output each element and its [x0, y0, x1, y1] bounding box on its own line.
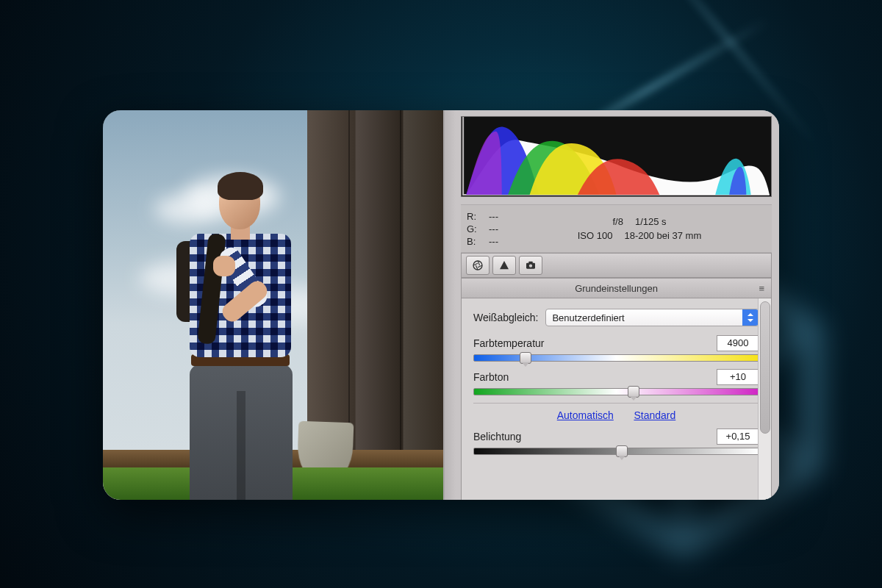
exif-aperture: f/8 — [612, 216, 623, 227]
separator — [473, 403, 759, 404]
panel-header: Grundeinstellungen ≡ — [461, 278, 772, 298]
panel-title: Grundeinstellungen — [575, 283, 658, 294]
basic-panel-body: Weißabgleich: Benutzerdefiniert Farbtemp… — [461, 298, 772, 500]
exposure-value[interactable]: +0,15 — [717, 429, 759, 445]
exif-shutter: 1/125 s — [635, 216, 667, 227]
tint-slider-handle[interactable] — [628, 386, 639, 398]
histogram[interactable] — [461, 116, 772, 197]
info-readout: R:--- G:--- B:--- f/8 1/125 s ISO 100 18… — [461, 204, 772, 253]
svg-rect-4 — [528, 262, 532, 264]
rgb-b-label: B: — [467, 236, 480, 247]
rgb-readout: R:--- G:--- B:--- — [467, 211, 498, 247]
exif-readout: f/8 1/125 s ISO 100 18-200 bei 37 mm — [513, 216, 766, 241]
tint-slider[interactable] — [473, 388, 759, 395]
aperture-tab-button[interactable] — [466, 256, 490, 275]
svg-point-1 — [473, 261, 482, 270]
rgb-g-label: G: — [467, 223, 480, 234]
exposure-slider-handle[interactable] — [616, 445, 628, 457]
temperature-value[interactable]: 4900 — [717, 335, 759, 351]
rgb-r-label: R: — [467, 211, 480, 222]
white-balance-value: Benutzerdefiniert — [552, 312, 624, 323]
exif-lens: 18-200 bei 37 mm — [624, 230, 701, 241]
panel-menu-icon[interactable]: ≡ — [759, 283, 765, 294]
dropdown-arrow-icon — [742, 309, 759, 326]
photo-hand — [213, 256, 235, 276]
white-balance-label: Weißabgleich: — [473, 312, 538, 323]
exposure-slider[interactable] — [473, 448, 759, 455]
temperature-slider[interactable] — [473, 354, 759, 362]
tint-label: Farbton — [473, 371, 509, 383]
rgb-g-value: --- — [489, 223, 498, 234]
exposure-label: Belichtung — [473, 431, 521, 442]
panel-scrollbar[interactable] — [758, 298, 771, 500]
tool-tab-bar — [461, 253, 772, 278]
photo-hair — [218, 172, 263, 200]
temperature-label: Farbtemperatur — [473, 337, 544, 349]
app-window: R:--- G:--- B:--- f/8 1/125 s ISO 100 18… — [103, 110, 779, 500]
auto-link[interactable]: Automatisch — [557, 409, 614, 421]
tint-value[interactable]: +10 — [717, 369, 759, 385]
default-link[interactable]: Standard — [634, 409, 675, 421]
exif-iso: ISO 100 — [578, 230, 613, 241]
photo-person — [162, 147, 316, 500]
svg-point-3 — [529, 265, 532, 268]
scrollbar-thumb[interactable] — [760, 301, 770, 434]
photo-preview — [103, 110, 445, 500]
pane-divider[interactable] — [445, 110, 456, 500]
tone-curve-tab-button[interactable] — [492, 256, 516, 275]
develop-panel: R:--- G:--- B:--- f/8 1/125 s ISO 100 18… — [445, 110, 779, 500]
rgb-r-value: --- — [489, 211, 498, 222]
rgb-b-value: --- — [489, 236, 498, 247]
temperature-slider-handle[interactable] — [520, 352, 531, 364]
photo-pants — [190, 365, 293, 500]
camera-tab-button[interactable] — [519, 256, 542, 275]
white-balance-dropdown[interactable]: Benutzerdefiniert — [545, 309, 759, 326]
